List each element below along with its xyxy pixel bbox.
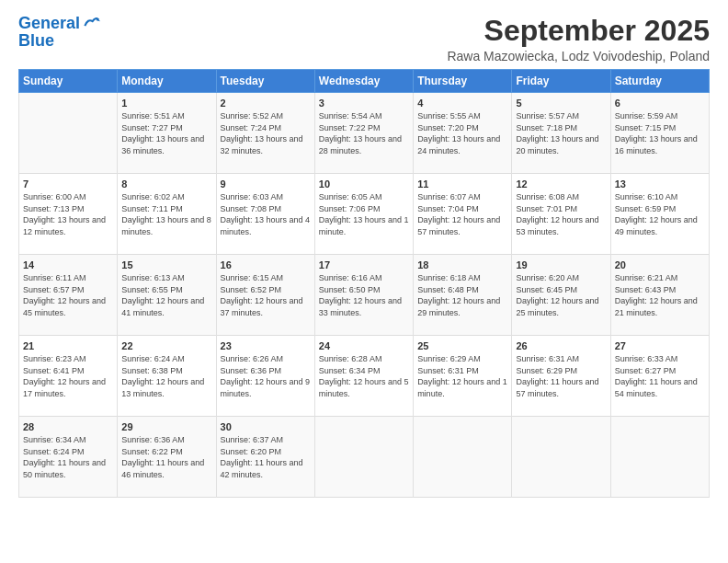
day-info: Sunrise: 6:31 AMSunset: 6:29 PMDaylight:…: [516, 353, 606, 399]
day-info: Sunrise: 6:07 AMSunset: 7:04 PMDaylight:…: [417, 191, 507, 237]
day-info: Sunrise: 6:23 AMSunset: 6:41 PMDaylight:…: [23, 353, 113, 399]
day-number: 4: [417, 98, 507, 109]
day-info: Sunrise: 6:16 AMSunset: 6:50 PMDaylight:…: [319, 272, 409, 318]
table-row: 21Sunrise: 6:23 AMSunset: 6:41 PMDayligh…: [19, 336, 118, 417]
day-info: Sunrise: 6:34 AMSunset: 6:24 PMDaylight:…: [23, 434, 113, 480]
table-row: 27Sunrise: 6:33 AMSunset: 6:27 PMDayligh…: [610, 336, 709, 417]
day-number: 5: [516, 98, 606, 109]
day-number: 25: [417, 340, 507, 351]
day-number: 30: [221, 421, 311, 432]
day-number: 9: [221, 178, 311, 190]
day-number: 17: [319, 259, 409, 270]
day-number: 10: [319, 178, 409, 190]
day-number: 6: [615, 98, 705, 109]
table-row: [414, 417, 512, 498]
day-info: Sunrise: 5:55 AMSunset: 7:20 PMDaylight:…: [417, 110, 507, 156]
table-row: 26Sunrise: 6:31 AMSunset: 6:29 PMDayligh…: [512, 336, 610, 417]
day-info: Sunrise: 6:10 AMSunset: 6:59 PMDaylight:…: [615, 191, 705, 237]
table-row: 25Sunrise: 6:29 AMSunset: 6:31 PMDayligh…: [414, 336, 512, 417]
day-info: Sunrise: 6:26 AMSunset: 6:36 PMDaylight:…: [221, 353, 311, 399]
day-info: Sunrise: 6:20 AMSunset: 6:45 PMDaylight:…: [516, 272, 606, 318]
table-row: 12Sunrise: 6:08 AMSunset: 7:01 PMDayligh…: [512, 174, 610, 255]
day-info: Sunrise: 6:24 AMSunset: 6:38 PMDaylight:…: [121, 353, 211, 399]
col-sunday: Sunday: [19, 70, 118, 93]
day-number: 2: [221, 98, 311, 109]
day-number: 27: [615, 340, 705, 351]
table-row: 4Sunrise: 5:55 AMSunset: 7:20 PMDaylight…: [414, 93, 512, 174]
col-tuesday: Tuesday: [216, 70, 314, 93]
col-saturday: Saturday: [610, 70, 709, 93]
col-wednesday: Wednesday: [314, 70, 413, 93]
table-row: [19, 93, 118, 174]
day-info: Sunrise: 6:29 AMSunset: 6:31 PMDaylight:…: [417, 353, 507, 399]
table-row: 18Sunrise: 6:18 AMSunset: 6:48 PMDayligh…: [414, 255, 512, 336]
day-number: 12: [516, 178, 606, 190]
day-info: Sunrise: 5:57 AMSunset: 7:18 PMDaylight:…: [516, 110, 606, 156]
day-number: 15: [121, 259, 211, 270]
day-info: Sunrise: 5:52 AMSunset: 7:24 PMDaylight:…: [221, 110, 311, 156]
col-thursday: Thursday: [414, 70, 512, 93]
calendar-header-row: Sunday Monday Tuesday Wednesday Thursday…: [19, 70, 710, 93]
day-info: Sunrise: 6:02 AMSunset: 7:11 PMDaylight:…: [121, 191, 211, 237]
day-number: 28: [23, 421, 113, 432]
table-row: 5Sunrise: 5:57 AMSunset: 7:18 PMDaylight…: [512, 93, 610, 174]
day-number: 13: [615, 178, 705, 190]
table-row: 7Sunrise: 6:00 AMSunset: 7:13 PMDaylight…: [19, 174, 118, 255]
calendar-table: Sunday Monday Tuesday Wednesday Thursday…: [18, 69, 710, 498]
day-number: 16: [221, 259, 311, 270]
table-row: 20Sunrise: 6:21 AMSunset: 6:43 PMDayligh…: [610, 255, 709, 336]
table-row: 29Sunrise: 6:36 AMSunset: 6:22 PMDayligh…: [118, 417, 216, 498]
day-number: 7: [23, 178, 113, 190]
day-info: Sunrise: 5:59 AMSunset: 7:15 PMDaylight:…: [615, 110, 705, 156]
table-row: 24Sunrise: 6:28 AMSunset: 6:34 PMDayligh…: [314, 336, 413, 417]
table-row: 3Sunrise: 5:54 AMSunset: 7:22 PMDaylight…: [314, 93, 413, 174]
table-row: 16Sunrise: 6:15 AMSunset: 6:52 PMDayligh…: [216, 255, 314, 336]
day-info: Sunrise: 6:11 AMSunset: 6:57 PMDaylight:…: [23, 272, 113, 318]
day-number: 26: [516, 340, 606, 351]
day-number: 29: [121, 421, 211, 432]
table-row: 14Sunrise: 6:11 AMSunset: 6:57 PMDayligh…: [19, 255, 118, 336]
calendar-week-row: 28Sunrise: 6:34 AMSunset: 6:24 PMDayligh…: [19, 417, 710, 498]
page-header: General Blue September 2025 Rawa Mazowie…: [18, 15, 710, 63]
logo-text: General: [18, 15, 80, 33]
day-number: 21: [23, 340, 113, 351]
day-info: Sunrise: 6:03 AMSunset: 7:08 PMDaylight:…: [221, 191, 311, 237]
calendar-week-row: 21Sunrise: 6:23 AMSunset: 6:41 PMDayligh…: [19, 336, 710, 417]
table-row: 10Sunrise: 6:05 AMSunset: 7:06 PMDayligh…: [314, 174, 413, 255]
day-number: 3: [319, 98, 409, 109]
table-row: [610, 417, 709, 498]
day-number: 18: [417, 259, 507, 270]
day-info: Sunrise: 6:15 AMSunset: 6:52 PMDaylight:…: [221, 272, 311, 318]
table-row: 2Sunrise: 5:52 AMSunset: 7:24 PMDaylight…: [216, 93, 314, 174]
day-number: 1: [121, 98, 211, 109]
table-row: 15Sunrise: 6:13 AMSunset: 6:55 PMDayligh…: [118, 255, 216, 336]
day-info: Sunrise: 5:51 AMSunset: 7:27 PMDaylight:…: [121, 110, 211, 156]
day-info: Sunrise: 6:21 AMSunset: 6:43 PMDaylight:…: [615, 272, 705, 318]
day-number: 11: [417, 178, 507, 190]
table-row: [314, 417, 413, 498]
logo: General Blue: [18, 15, 100, 51]
table-row: 22Sunrise: 6:24 AMSunset: 6:38 PMDayligh…: [118, 336, 216, 417]
location-subtitle: Rawa Mazowiecka, Lodz Voivodeship, Polan…: [447, 49, 710, 63]
day-info: Sunrise: 6:00 AMSunset: 7:13 PMDaylight:…: [23, 191, 113, 237]
table-row: 11Sunrise: 6:07 AMSunset: 7:04 PMDayligh…: [414, 174, 512, 255]
day-info: Sunrise: 6:36 AMSunset: 6:22 PMDaylight:…: [121, 434, 211, 480]
table-row: 6Sunrise: 5:59 AMSunset: 7:15 PMDaylight…: [610, 93, 709, 174]
day-number: 24: [319, 340, 409, 351]
table-row: 1Sunrise: 5:51 AMSunset: 7:27 PMDaylight…: [118, 93, 216, 174]
day-info: Sunrise: 6:13 AMSunset: 6:55 PMDaylight:…: [121, 272, 211, 318]
table-row: 13Sunrise: 6:10 AMSunset: 6:59 PMDayligh…: [610, 174, 709, 255]
day-info: Sunrise: 6:08 AMSunset: 7:01 PMDaylight:…: [516, 191, 606, 237]
day-number: 20: [615, 259, 705, 270]
day-number: 8: [121, 178, 211, 190]
calendar-week-row: 1Sunrise: 5:51 AMSunset: 7:27 PMDaylight…: [19, 93, 710, 174]
logo-icon: [82, 13, 100, 31]
month-title: September 2025: [447, 15, 710, 47]
calendar-week-row: 7Sunrise: 6:00 AMSunset: 7:13 PMDaylight…: [19, 174, 710, 255]
day-number: 14: [23, 259, 113, 270]
table-row: 19Sunrise: 6:20 AMSunset: 6:45 PMDayligh…: [512, 255, 610, 336]
table-row: 9Sunrise: 6:03 AMSunset: 7:08 PMDaylight…: [216, 174, 314, 255]
table-row: 8Sunrise: 6:02 AMSunset: 7:11 PMDaylight…: [118, 174, 216, 255]
day-number: 22: [121, 340, 211, 351]
table-row: 17Sunrise: 6:16 AMSunset: 6:50 PMDayligh…: [314, 255, 413, 336]
